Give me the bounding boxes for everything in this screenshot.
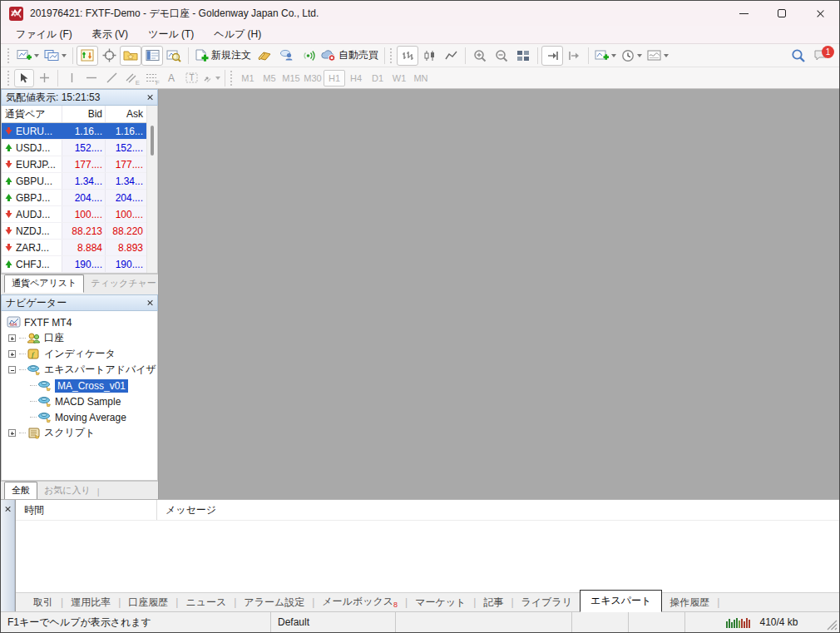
menu-file[interactable]: ファイル (F) xyxy=(6,26,82,43)
table-row[interactable]: EURJP... 177.... 177.... xyxy=(2,156,146,173)
timeframe-w1[interactable]: W1 xyxy=(388,70,410,87)
signals-button[interactable] xyxy=(297,46,319,66)
market-watch-column-headers[interactable]: 通貨ペア Bid Ask xyxy=(2,106,146,123)
trendline-tool[interactable] xyxy=(101,69,121,87)
menu-help[interactable]: ヘルプ (H) xyxy=(204,26,271,43)
text-label-tool[interactable]: T xyxy=(181,69,201,87)
indicators-button[interactable] xyxy=(592,46,619,66)
timeframe-m5[interactable]: M5 xyxy=(259,70,280,87)
timeframe-m15[interactable]: M15 xyxy=(280,70,302,87)
market-watch-scrollbar[interactable] xyxy=(146,106,157,273)
tab-common[interactable]: 全般 xyxy=(4,482,37,500)
navigator-header[interactable]: ナビゲーター xyxy=(1,294,158,311)
collapse-minus-icon[interactable] xyxy=(8,366,16,373)
table-row[interactable]: AUDJ... 100.... 100.... xyxy=(2,206,146,223)
auto-trading-button[interactable]: 自動売買 xyxy=(319,46,381,66)
text-tool[interactable]: A xyxy=(161,69,181,87)
expand-plus-icon[interactable] xyxy=(8,350,16,358)
toolbar-grip[interactable] xyxy=(390,48,393,63)
bar-chart-button[interactable] xyxy=(397,46,418,66)
table-row[interactable]: CHFJ... 190.... 190.... xyxy=(2,256,146,273)
experts-log-area[interactable] xyxy=(16,521,839,592)
column-symbol[interactable]: 通貨ペア xyxy=(2,107,62,121)
market-watch-header[interactable]: 気配値表示: 15:21:53 xyxy=(1,89,158,106)
timeframe-mn[interactable]: MN xyxy=(410,70,432,87)
column-message[interactable]: メッセージ xyxy=(157,503,216,517)
chart-shift-button[interactable] xyxy=(563,46,585,66)
tab-library[interactable]: ライブラリ xyxy=(514,593,580,612)
community-button[interactable] xyxy=(275,46,297,66)
expand-plus-icon[interactable] xyxy=(8,429,16,437)
zoom-out-button[interactable] xyxy=(491,46,512,66)
terminal-toggle[interactable] xyxy=(141,46,163,66)
tree-item-ea[interactable]: Moving Average xyxy=(2,409,157,425)
column-time[interactable]: 時間 xyxy=(16,500,157,520)
expand-plus-icon[interactable] xyxy=(8,334,16,342)
templates-button[interactable] xyxy=(645,46,671,66)
timeframe-m30[interactable]: M30 xyxy=(302,70,324,87)
timeframe-h4[interactable]: H4 xyxy=(345,70,367,87)
search-button[interactable] xyxy=(788,46,809,66)
terminal-close-button[interactable] xyxy=(4,503,11,515)
tree-item-experts[interactable]: エキスパートアドバイザ xyxy=(2,362,157,378)
tab-experts[interactable]: エキスパート xyxy=(580,590,662,612)
toolbar-grip[interactable] xyxy=(230,71,233,86)
tree-item-indicators[interactable]: f インディケータ xyxy=(2,346,157,362)
tree-item-root[interactable]: M4 FXTF MT4 xyxy=(2,314,157,330)
tab-articles[interactable]: 記事 xyxy=(476,593,511,612)
vertical-line-tool[interactable] xyxy=(62,69,82,87)
crosshair-tool[interactable] xyxy=(34,69,54,87)
table-row[interactable]: EURU... 1.16... 1.16... xyxy=(2,123,146,140)
profiles-button[interactable] xyxy=(42,46,69,66)
timeframe-m1[interactable]: M1 xyxy=(237,70,259,87)
toolbar-grip[interactable] xyxy=(7,48,10,63)
table-row[interactable]: ZARJ... 8.884 8.893 xyxy=(2,240,146,256)
data-window-button[interactable] xyxy=(98,46,120,66)
timeframe-h1[interactable]: H1 xyxy=(324,70,345,87)
tab-alerts[interactable]: アラーム設定 xyxy=(236,593,312,612)
table-row[interactable]: GBPU... 1.34... 1.34... xyxy=(2,173,146,190)
strategy-tester-button[interactable] xyxy=(163,46,185,66)
equidistant-channel-tool[interactable]: E xyxy=(121,69,141,87)
toolbar-grip[interactable] xyxy=(7,71,10,86)
menu-view[interactable]: 表示 (V) xyxy=(82,26,138,43)
table-row[interactable]: GBPJ... 204.... 204.... xyxy=(2,190,146,206)
market-watch-close-button[interactable] xyxy=(146,91,153,103)
tab-trade[interactable]: 取引 xyxy=(26,593,61,612)
market-watch-toggle[interactable] xyxy=(77,46,98,66)
tab-journal[interactable]: 操作履歴 xyxy=(662,593,717,612)
tab-news[interactable]: ニュース xyxy=(178,593,234,612)
tile-windows-button[interactable] xyxy=(512,46,534,66)
column-ask[interactable]: Ask xyxy=(105,106,146,122)
chart-workspace[interactable] xyxy=(159,89,839,499)
zoom-in-button[interactable] xyxy=(469,46,491,66)
scrollbar-thumb[interactable] xyxy=(151,126,154,156)
tree-item-ea[interactable]: MACD Sample xyxy=(2,393,157,409)
tab-market[interactable]: マーケット xyxy=(408,593,473,612)
tab-favorites[interactable]: お気に入り xyxy=(37,482,97,499)
metaeditor-button[interactable] xyxy=(254,46,275,66)
cursor-tool[interactable] xyxy=(14,69,34,87)
tab-exposure[interactable]: 運用比率 xyxy=(63,593,118,612)
timeframe-d1[interactable]: D1 xyxy=(367,70,388,87)
tab-mailbox[interactable]: メールボックス8 xyxy=(314,592,405,611)
new-chart-button[interactable] xyxy=(14,46,42,66)
periods-button[interactable] xyxy=(619,46,645,66)
auto-scroll-button[interactable] xyxy=(541,46,563,66)
tree-item-ea[interactable]: MA_Cross_v01 xyxy=(2,378,157,393)
menu-tools[interactable]: ツール (T) xyxy=(138,26,204,43)
candlestick-button[interactable] xyxy=(418,46,440,66)
arrows-tool[interactable] xyxy=(201,69,221,87)
tab-account-history[interactable]: 口座履歴 xyxy=(121,593,175,612)
tree-item-accounts[interactable]: 口座 xyxy=(2,330,157,346)
notifications-button[interactable]: 1 xyxy=(809,46,831,66)
tab-symbols-list[interactable]: 通貨ペアリスト xyxy=(4,274,84,293)
close-button[interactable] xyxy=(801,1,839,26)
table-row[interactable]: NZDJ... 88.213 88.220 xyxy=(2,223,146,240)
maximize-button[interactable] xyxy=(763,1,801,26)
navigator-toggle[interactable] xyxy=(120,46,141,66)
line-chart-button[interactable] xyxy=(440,46,462,66)
navigator-close-button[interactable] xyxy=(146,297,153,309)
horizontal-line-tool[interactable] xyxy=(82,69,101,87)
minimize-button[interactable] xyxy=(724,1,763,26)
